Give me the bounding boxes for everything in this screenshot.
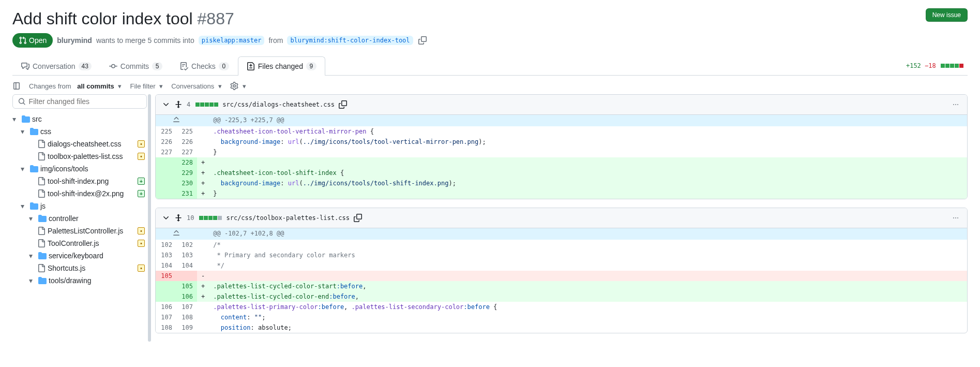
line-number-old[interactable]	[156, 178, 176, 188]
line-number-old[interactable]: 106	[156, 302, 176, 312]
tree-file-shortcuts[interactable]: Shortcuts.js •	[12, 262, 147, 274]
diffstat-squares	[195, 102, 218, 107]
tree-folder-service-keyboard[interactable]: ▾service/keyboard	[12, 249, 147, 262]
line-number-new[interactable]: 229	[176, 168, 197, 178]
line-number-new[interactable]: 102	[176, 240, 197, 250]
hunk-header: @@ -225,3 +225,7 @@	[156, 115, 967, 126]
tree-label: controller	[49, 214, 79, 223]
expand-all-icon[interactable]	[174, 214, 183, 222]
sidebar-resizer[interactable]	[148, 94, 151, 342]
diff-table: @@ -102,7 +102,8 @@ 102102 /* 103103 * P…	[156, 228, 967, 333]
line-number-old[interactable]: 108	[156, 322, 176, 333]
file-icon	[37, 177, 46, 185]
line-number-old[interactable]	[156, 291, 176, 302]
copy-path-icon[interactable]	[339, 100, 347, 109]
kebab-icon[interactable]: ⋯	[951, 212, 961, 224]
expand-all-icon[interactable]	[174, 100, 183, 109]
tree-file-tool-ctrl[interactable]: ToolController.js •	[12, 237, 147, 249]
copy-path-icon[interactable]	[354, 214, 362, 222]
tree-folder-css[interactable]: ▾css	[12, 125, 147, 138]
line-number-new[interactable]: 228	[176, 157, 197, 168]
tree-file-tool-shift-png[interactable]: tool-shift-index.png +	[12, 175, 147, 187]
git-pull-request-icon	[19, 36, 27, 45]
line-number-new[interactable]: 230	[176, 178, 197, 188]
line-number-new[interactable]: 104	[176, 260, 197, 271]
conversations-dropdown[interactable]: Conversations ▾	[171, 82, 222, 90]
tree-folder-src[interactable]: ▾src	[12, 113, 147, 125]
expand-up-icon[interactable]	[156, 115, 197, 126]
folder-icon	[30, 127, 38, 136]
file-change-count: 4	[187, 101, 190, 108]
line-number-old[interactable]: 102	[156, 240, 176, 250]
diff-line: 225225 .cheatsheet-icon-tool-vertical-mi…	[156, 126, 967, 137]
modified-icon: •	[138, 140, 145, 148]
line-number-old[interactable]	[156, 157, 176, 168]
line-number-new[interactable]: 225	[176, 126, 197, 137]
code-cell: }	[209, 188, 967, 199]
tab-counter: 43	[79, 62, 92, 70]
line-number-new[interactable]: 103	[176, 250, 197, 260]
line-number-old[interactable]: 103	[156, 250, 176, 260]
line-number-new[interactable]	[176, 271, 197, 281]
line-number-old[interactable]: 104	[156, 260, 176, 271]
filter-files-input[interactable]	[29, 97, 141, 106]
tab-commits[interactable]: Commits 5	[100, 56, 171, 76]
filter-files-input-wrapper[interactable]	[12, 94, 147, 109]
line-number-old[interactable]	[156, 168, 176, 178]
line-number-new[interactable]: 109	[176, 322, 197, 333]
tree-folder-controller[interactable]: ▾controller	[12, 212, 147, 225]
copy-icon[interactable]	[417, 35, 428, 46]
file-path[interactable]: src/css/toolbox-palettes-list.css	[226, 214, 349, 222]
line-number-old[interactable]	[156, 188, 176, 199]
expand-up-icon[interactable]	[156, 228, 197, 240]
additions-count: +152	[906, 62, 921, 69]
tab-label: Checks	[191, 62, 216, 70]
tree-label: css	[40, 127, 51, 136]
tab-checks[interactable]: Checks 0	[171, 56, 238, 76]
tab-conversation[interactable]: Conversation 43	[12, 56, 100, 76]
tab-counter: 0	[219, 62, 229, 70]
line-number-old[interactable]: 105	[156, 271, 176, 281]
base-branch-chip[interactable]: piskelapp:master	[199, 36, 265, 45]
line-number-old[interactable]	[156, 281, 176, 291]
line-number-new[interactable]: 231	[176, 188, 197, 199]
line-number-old[interactable]: 226	[156, 137, 176, 147]
tree-label: Shortcuts.js	[48, 264, 85, 272]
line-number-new[interactable]: 226	[176, 137, 197, 147]
chevron-down-icon: ▾	[12, 115, 20, 123]
tree-file-dialogs-cheatsheet[interactable]: dialogs-cheatsheet.css •	[12, 138, 147, 150]
kebab-icon[interactable]: ⋯	[951, 99, 961, 110]
collapse-file-icon[interactable]	[162, 214, 170, 222]
line-number-new[interactable]: 107	[176, 302, 197, 312]
tree-file-tool-shift-2x[interactable]: tool-shift-index@2x.png +	[12, 187, 147, 200]
new-issue-button[interactable]: New issue	[926, 8, 968, 22]
chevron-down-icon: ▾	[21, 127, 28, 136]
tab-counter: 5	[152, 62, 162, 70]
code-cell	[209, 157, 967, 168]
tree-folder-img-icons-tools[interactable]: ▾img/icons/tools	[12, 163, 147, 175]
tree-folder-tools-drawing[interactable]: ▾tools/drawing	[12, 274, 147, 287]
head-branch-chip[interactable]: blurymind:shift-color-index-tool	[287, 36, 413, 45]
line-number-old[interactable]: 225	[156, 126, 176, 137]
tree-file-palettes-ctrl[interactable]: PalettesListController.js •	[12, 225, 147, 237]
sidebar-toggle-icon[interactable]	[12, 82, 21, 90]
tree-file-toolbox-palettes[interactable]: toolbox-palettes-list.css •	[12, 150, 147, 163]
line-number-new[interactable]: 108	[176, 312, 197, 322]
tab-files-changed[interactable]: Files changed 9	[238, 56, 325, 76]
comment-discussion-icon	[21, 62, 29, 70]
line-number-old[interactable]: 107	[156, 312, 176, 322]
changes-from-dropdown[interactable]: Changes from all commits ▾	[29, 82, 122, 90]
line-number-old[interactable]: 227	[156, 147, 176, 157]
collapse-file-icon[interactable]	[162, 100, 170, 109]
line-number-new[interactable]: 105	[176, 281, 197, 291]
line-number-new[interactable]: 106	[176, 291, 197, 302]
merge-text: wants to merge 5 commits into	[96, 36, 194, 45]
code-cell: background-image: url(../img/icons/tools…	[209, 137, 967, 147]
line-number-new[interactable]: 227	[176, 147, 197, 157]
file-filter-dropdown[interactable]: File filter ▾	[130, 82, 163, 90]
code-cell: /*	[209, 240, 967, 250]
file-path[interactable]: src/css/dialogs-cheatsheet.css	[222, 101, 335, 108]
author-link[interactable]: blurymind	[57, 36, 92, 45]
tree-folder-js[interactable]: ▾js	[12, 200, 147, 212]
gear-icon[interactable]: ▾	[230, 82, 246, 90]
